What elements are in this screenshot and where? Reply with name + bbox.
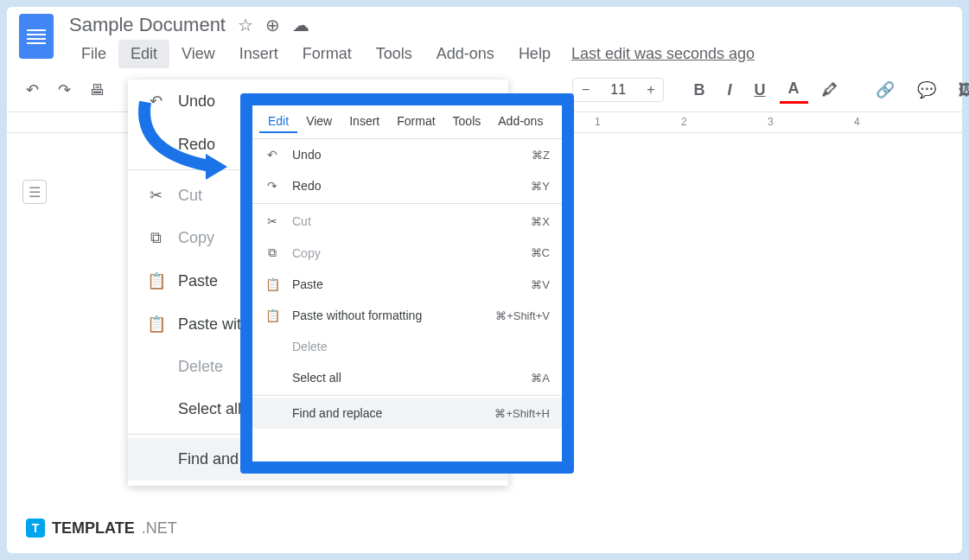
callout-undo[interactable]: ↶Undo⌘Z xyxy=(252,139,562,170)
template-logo-icon: T xyxy=(26,519,45,538)
menu-view[interactable]: View xyxy=(169,40,227,68)
menu-insert[interactable]: Insert xyxy=(227,40,290,68)
star-icon[interactable]: ☆ xyxy=(238,15,253,35)
paste-icon: 📋 xyxy=(147,271,164,290)
undo-button[interactable]: ↶ xyxy=(19,75,46,105)
menu-format[interactable]: Format xyxy=(290,40,364,68)
text-color-button[interactable]: A xyxy=(780,76,808,104)
callout-arrow-icon xyxy=(128,93,240,188)
outline-icon[interactable]: ☰ xyxy=(22,180,47,204)
callout-edit-dropdown: ↶Undo⌘Z ↷Redo⌘Y ✂Cut⌘X ⧉Copy⌘C 📋Paste⌘V … xyxy=(252,139,562,429)
font-size-control: − 11 + xyxy=(572,78,664,102)
callout-paste-without-formatting[interactable]: 📋Paste without formatting⌘+Shift+V xyxy=(252,300,562,331)
italic-button[interactable]: I xyxy=(718,78,740,103)
cut-icon: ✂ xyxy=(265,214,280,228)
callout-menu-insert[interactable]: Insert xyxy=(341,111,388,133)
separator xyxy=(252,203,562,204)
move-icon[interactable]: ⊕ xyxy=(265,15,280,35)
bold-button[interactable]: B xyxy=(685,78,713,103)
menu-help[interactable]: Help xyxy=(507,40,563,68)
copy-icon: ⧉ xyxy=(147,229,164,247)
callout-panel: Edit View Insert Format Tools Add-ons ↶U… xyxy=(240,93,574,474)
font-size-decrease[interactable]: − xyxy=(573,79,598,101)
callout-cut[interactable]: ✂Cut⌘X xyxy=(252,206,562,237)
callout-copy[interactable]: ⧉Copy⌘C xyxy=(252,237,562,269)
highlight-button[interactable]: 🖍 xyxy=(813,78,846,103)
callout-menubar: Edit View Insert Format Tools Add-ons xyxy=(252,105,562,139)
last-edit-link[interactable]: Last edit was seconds ago xyxy=(571,40,755,68)
callout-menu-edit[interactable]: Edit xyxy=(259,111,297,133)
callout-menu-view[interactable]: View xyxy=(297,111,341,133)
callout-paste[interactable]: 📋Paste⌘V xyxy=(252,269,562,300)
cloud-icon[interactable]: ☁ xyxy=(292,15,309,35)
cut-icon: ✂ xyxy=(147,186,164,205)
copy-icon: ⧉ xyxy=(265,245,280,260)
callout-delete[interactable]: Delete xyxy=(252,331,562,362)
callout-menu-addons[interactable]: Add-ons xyxy=(489,111,551,133)
print-button[interactable]: 🖶 xyxy=(83,76,112,105)
docs-icon[interactable] xyxy=(19,14,54,59)
font-size-value[interactable]: 11 xyxy=(598,79,638,101)
comment-button[interactable]: 💬 xyxy=(908,77,945,103)
menu-addons[interactable]: Add-ons xyxy=(424,40,507,68)
separator xyxy=(252,395,562,396)
paste-icon: 📋 xyxy=(265,277,280,291)
callout-menu-format[interactable]: Format xyxy=(388,111,443,133)
callout-menu-tools[interactable]: Tools xyxy=(444,111,490,133)
paste-icon: 📋 xyxy=(265,309,280,322)
menu-edit[interactable]: Edit xyxy=(118,40,169,68)
font-size-increase[interactable]: + xyxy=(638,79,663,101)
footer-brand: T TEMPLATE.NET xyxy=(26,519,177,538)
underline-button[interactable]: U xyxy=(746,78,775,103)
callout-redo[interactable]: ↷Redo⌘Y xyxy=(252,170,562,201)
menu-tools[interactable]: Tools xyxy=(364,40,424,68)
redo-button[interactable]: ↷ xyxy=(51,75,78,105)
document-title[interactable]: Sample Document xyxy=(69,14,226,36)
paste-icon: 📋 xyxy=(147,315,164,334)
link-button[interactable]: 🔗 xyxy=(867,77,903,103)
callout-find-and-replace[interactable]: Find and replace⌘+Shift+H xyxy=(252,398,562,429)
callout-select-all[interactable]: Select all⌘A xyxy=(252,362,562,393)
menubar: File Edit View Insert Format Tools Add-o… xyxy=(69,40,950,68)
undo-icon: ↶ xyxy=(265,148,280,162)
image-button[interactable]: 🖼 xyxy=(950,78,970,103)
menu-file[interactable]: File xyxy=(69,40,118,68)
redo-icon: ↷ xyxy=(265,179,280,193)
